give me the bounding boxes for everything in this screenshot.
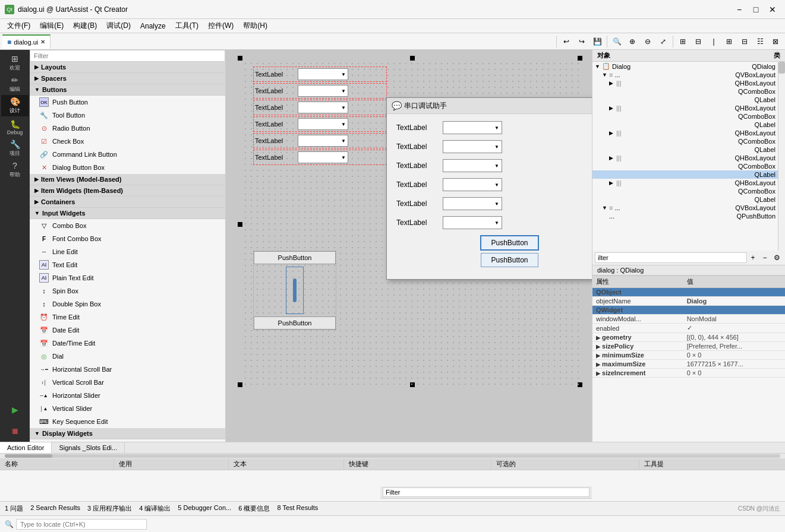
props-row-maximumsize[interactable]: ▶ maximumSize 16777215 × 1677...: [592, 360, 785, 369]
toolbar-btn-2[interactable]: ↪: [575, 34, 589, 49]
widget-tool-button[interactable]: 🔧 Tool Button: [30, 109, 225, 122]
widget-datetime-edit[interactable]: 📅 Date/Time Edit: [30, 337, 225, 350]
props-row-sizepolicy[interactable]: ▶ sizePolicy [Preferred, Prefer...: [592, 342, 785, 351]
canvas-scroll-thumb[interactable]: [293, 278, 297, 302]
tree-item-label5[interactable]: QLabel: [592, 195, 778, 204]
form-combo-6[interactable]: ▼: [298, 151, 348, 163]
filter-minus-button[interactable]: −: [759, 252, 771, 264]
widget-push-button[interactable]: OK Push Button: [30, 96, 225, 109]
category-input-widgets[interactable]: ▼ Input Widgets: [30, 208, 225, 219]
form-combo-2[interactable]: ▼: [298, 85, 348, 97]
toolbar-btn-10[interactable]: |: [707, 34, 721, 49]
widget-key-sequence-edit[interactable]: ⌨ Key Sequence Edit: [30, 415, 225, 428]
props-enabled-value[interactable]: ✓: [683, 324, 785, 333]
sidebar-debug[interactable]: 🐛 Debug: [1, 116, 29, 138]
props-objectname-value[interactable]: Dialog: [683, 297, 785, 306]
widget-plain-text-edit[interactable]: AI Plain Text Edit: [30, 271, 225, 284]
status-tab-debugger[interactable]: 5 Debugger Con...: [178, 504, 231, 513]
filter-add-button[interactable]: +: [747, 252, 759, 264]
widget-double-spin-box[interactable]: ↕ Double Spin Box: [30, 297, 225, 311]
resize-handle-tr[interactable]: [578, 56, 582, 61]
widget-time-edit[interactable]: ⏰ Time Edit: [30, 311, 225, 324]
status-tab-search[interactable]: 2 Search Results: [30, 504, 80, 513]
menu-analyze[interactable]: Analyze: [135, 21, 171, 31]
props-row-minimumsize[interactable]: ▶ minimumSize 0 × 0: [592, 351, 785, 360]
widget-command-link-button[interactable]: 🔗 Command Link Button: [30, 148, 225, 161]
tree-item-combo1[interactable]: QComboBox: [592, 87, 778, 96]
dialog-row-6-combo[interactable]: ▼: [443, 216, 502, 229]
toolbar-btn-3[interactable]: 💾: [590, 34, 604, 49]
canvas-push-button-2[interactable]: PushButton: [254, 316, 336, 330]
props-filter-input[interactable]: [595, 252, 747, 263]
menu-controls[interactable]: 控件(W): [203, 20, 238, 32]
toolbar-btn-6[interactable]: ⊖: [641, 34, 655, 49]
widget-date-edit[interactable]: 📅 Date Edit: [30, 324, 225, 337]
menu-build[interactable]: 构建(B): [68, 20, 102, 32]
category-containers[interactable]: ▶ Containers: [30, 197, 225, 208]
widget-dialog-button-box[interactable]: ✕ Dialog Button Box: [30, 161, 225, 174]
menu-debug[interactable]: 调试(D): [102, 20, 135, 32]
minimize-button[interactable]: −: [732, 3, 747, 16]
tree-item-vbox2[interactable]: ▼ ≡ ... QVBoxLayout: [592, 204, 778, 212]
tree-item-label1[interactable]: QLabel: [592, 96, 778, 104]
tab-signals-slots[interactable]: Signals _Slots Edi...: [52, 442, 125, 453]
props-windowmodal-value[interactable]: NonModal: [683, 315, 785, 324]
props-maximumsize-value[interactable]: 16777215 × 1677...: [683, 360, 785, 369]
sidebar-help[interactable]: ? 帮助: [1, 159, 29, 180]
sidebar-design[interactable]: 🎨 设计: [1, 95, 29, 116]
maximize-button[interactable]: □: [748, 3, 764, 16]
search-input[interactable]: [16, 519, 147, 530]
dialog-row-3-combo[interactable]: ▼: [443, 159, 502, 172]
sidebar-run[interactable]: ▶: [1, 399, 29, 420]
form-combo-5[interactable]: ▼: [298, 135, 348, 147]
dialog-row-4-combo[interactable]: ▼: [443, 178, 502, 191]
form-combo-4[interactable]: ▼: [298, 118, 348, 130]
resize-handle-bl[interactable]: [238, 382, 242, 387]
props-geometry-value[interactable]: [(0, 0), 444 × 456]: [683, 333, 785, 342]
category-layouts[interactable]: ▶ Layouts: [30, 62, 225, 73]
design-canvas-area[interactable]: TextLabel ▼ TextLabel ▼: [226, 50, 592, 442]
category-buttons[interactable]: ▼ Buttons: [30, 84, 225, 96]
tree-item-hbox2[interactable]: ▶ ||| QHBoxLayout: [592, 104, 778, 112]
toolbar-btn-1[interactable]: ↩: [559, 34, 573, 49]
category-display-widgets[interactable]: ▼ Display Widgets: [30, 428, 225, 439]
tab-action-editor[interactable]: Action Editor: [0, 442, 52, 453]
status-tab-problems[interactable]: 1 问题: [5, 504, 23, 513]
dialog-row-1-combo[interactable]: ▼: [443, 121, 502, 134]
toolbar-btn-11[interactable]: ⊞: [722, 34, 736, 49]
widget-vertical-scroll-bar[interactable]: ↕│ Vertical Scroll Bar: [30, 376, 225, 389]
sidebar-edit[interactable]: ✏ 编辑: [1, 74, 29, 95]
menu-edit[interactable]: 编辑(E): [35, 20, 68, 32]
toolbar-btn-5[interactable]: ⊕: [625, 34, 639, 49]
props-sizepolicy-value[interactable]: [Preferred, Prefer...: [683, 342, 785, 351]
resize-handle-tl[interactable]: [238, 56, 242, 61]
toolbar-btn-13[interactable]: ☷: [753, 34, 767, 49]
widget-horizontal-slider[interactable]: ─▲ Horizontal Slider: [30, 389, 225, 402]
bottom-horizontal-scrollbar[interactable]: [0, 454, 785, 458]
widget-horizontal-scroll-bar[interactable]: ↔━ Horizontal Scroll Bar: [30, 363, 225, 376]
tree-item-combo2[interactable]: QComboBox: [592, 112, 778, 121]
sidebar-welcome[interactable]: ⊞ 欢迎: [1, 52, 29, 74]
props-sizeincrement-value[interactable]: 0 × 0: [683, 369, 785, 378]
status-tab-app-output[interactable]: 3 应用程序输出: [87, 504, 132, 513]
tree-item-combo5[interactable]: QComboBox: [592, 187, 778, 195]
filter-settings-button[interactable]: ⚙: [771, 252, 783, 264]
status-tab-tests[interactable]: 8 Test Results: [277, 504, 318, 513]
widget-radio-button[interactable]: ⊙ Radio Button: [30, 122, 225, 135]
dialog-row-2-combo[interactable]: ▼: [443, 140, 502, 153]
tree-item-vbox1[interactable]: ▼ ≡ ... QVBoxLayout: [592, 71, 778, 79]
status-tab-compile[interactable]: 4 编译输出: [139, 504, 171, 513]
tree-item-hbox1[interactable]: ▶ ||| QHBoxLayout: [592, 79, 778, 87]
tree-scrollbar[interactable]: [778, 62, 785, 251]
props-row-enabled[interactable]: enabled ✓: [592, 324, 785, 333]
toolbar-btn-7[interactable]: ⤢: [656, 34, 670, 49]
widget-dial[interactable]: ◎ Dial: [30, 350, 225, 363]
tree-item-pushbtn[interactable]: ... QPushButton: [592, 212, 778, 220]
dialog-row-5-combo[interactable]: ▼: [443, 197, 502, 210]
widget-combo-box[interactable]: ▽ Combo Box: [30, 219, 225, 232]
widget-line-edit[interactable]: ─ Line Edit: [30, 245, 225, 258]
tree-item-label4-selected[interactable]: QLabel: [592, 170, 778, 179]
tree-item-hbox4[interactable]: ▶ ||| QHBoxLayout: [592, 154, 778, 162]
category-item-views[interactable]: ▶ Item Views (Model-Based): [30, 174, 225, 185]
category-spacers[interactable]: ▶ Spacers: [30, 73, 225, 84]
